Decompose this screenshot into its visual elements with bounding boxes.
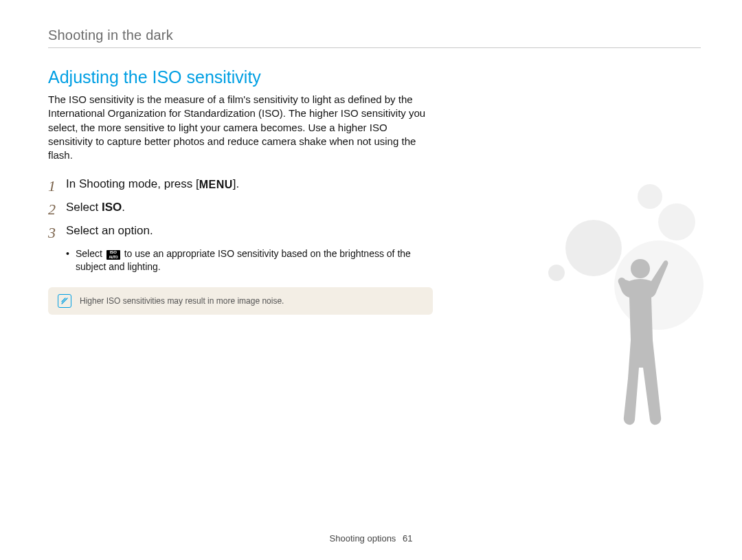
page-footer: Shooting options 61 — [0, 533, 742, 544]
iso-auto-icon-top: ISO — [106, 250, 120, 255]
step-text: In Shooting mode, press [MENU]. — [66, 177, 239, 191]
step-1: 1 In Shooting mode, press [MENU]. — [48, 177, 433, 194]
step-number: 2 — [48, 202, 66, 217]
note-callout: Higher ISO sensitivities may result in m… — [48, 287, 433, 315]
bullet-icon: • — [66, 247, 76, 273]
step-pre: In Shooting mode, press [ — [66, 177, 199, 190]
sub-bullet: • Select ISOAUTO to use an appropriate I… — [66, 247, 433, 273]
divider — [48, 47, 701, 48]
bubble-icon — [548, 265, 565, 281]
page-number: 61 — [403, 533, 412, 544]
footer-section: Shooting options — [330, 533, 396, 544]
step-text: Select ISO. — [66, 201, 125, 214]
child-silhouette-icon — [598, 258, 680, 464]
step-pre: Select — [66, 201, 102, 214]
iso-auto-icon: ISOAUTO — [106, 250, 120, 260]
sub-text: Select ISOAUTO to use an appropriate ISO… — [76, 247, 433, 273]
intro-paragraph: The ISO sensitivity is the measure of a … — [48, 93, 433, 162]
sub-pre: Select — [76, 248, 105, 259]
step-list: 1 In Shooting mode, press [MENU]. 2 Sele… — [48, 177, 433, 240]
step-pre: Select an option. — [66, 224, 153, 237]
step-post: . — [122, 201, 125, 214]
decorative-illustration — [495, 179, 701, 481]
page-title: Adjusting the ISO sensitivity — [48, 67, 433, 87]
step-strong: ISO — [102, 201, 122, 214]
document-page: Shooting in the dark Adjusting the ISO s… — [0, 0, 742, 560]
sub-post: to use an appropriate ISO sensitivity ba… — [76, 248, 411, 272]
breadcrumb: Shooting in the dark — [48, 27, 701, 43]
menu-button-label: MENU — [199, 179, 233, 191]
step-number: 3 — [48, 225, 66, 240]
step-post: ]. — [233, 177, 239, 190]
iso-auto-icon-bottom: AUTO — [106, 255, 120, 260]
note-text: Higher ISO sensitivities may result in m… — [80, 296, 284, 306]
step-3: 3 Select an option. — [48, 224, 433, 240]
note-icon — [58, 294, 71, 308]
step-text: Select an option. — [66, 224, 153, 238]
step-2: 2 Select ISO. — [48, 201, 433, 217]
main-content: Adjusting the ISO sensitivity The ISO se… — [48, 67, 433, 315]
step-number: 1 — [48, 179, 66, 194]
bubble-icon — [658, 203, 695, 240]
bubble-icon — [638, 184, 662, 209]
